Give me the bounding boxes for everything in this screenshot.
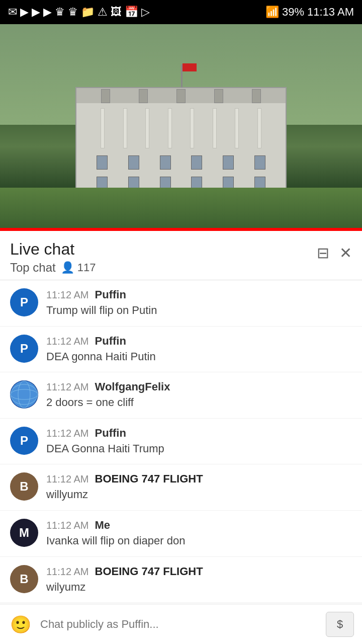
chat-content: 11:12 AMWolfgangFelix2 doors = one cliff: [46, 380, 352, 410]
avatar: B: [10, 472, 38, 501]
emoji-button[interactable]: 🙂: [8, 612, 33, 637]
avatar: [10, 380, 38, 409]
chat-content: 11:12 AMPuffinTrump will flip on Putin: [46, 288, 352, 318]
image-icon: 🖼: [111, 6, 122, 19]
play-store-icon: ▷: [141, 6, 150, 19]
top-chat-label[interactable]: Top chat: [10, 261, 56, 275]
chat-content: 11:12 AMPuffinDEA Gonna Haiti Trump: [46, 427, 352, 456]
crown-icon-2: ♛: [68, 6, 78, 19]
chat-message-item: B11:12 AMBOEING 747 FLIGHTwilyumz: [0, 557, 362, 603]
time-display: 11:13 AM: [307, 6, 354, 19]
status-bar: ✉ ▶ ▶ ▶ ♛ ♛ 📁 ⚠ 🖼 📅 ▷ 📶 39% 11:13 AM: [0, 0, 362, 24]
chat-message-item: P11:12 AMPuffinTrump will flip on Putin: [0, 280, 362, 327]
battery-text: 39%: [282, 6, 304, 19]
avatar: P: [10, 335, 38, 363]
chat-username: WolfgangFelix: [95, 380, 170, 393]
play-icon-3: ▶: [43, 6, 52, 19]
chat-content: 11:12 AMBOEING 747 FLIGHTwillyumz: [46, 472, 352, 502]
message-icon: ✉: [8, 6, 17, 19]
avatar: P: [10, 288, 38, 316]
viewer-count: 117: [77, 261, 96, 274]
calendar-icon: 📅: [125, 6, 138, 19]
chat-content: 11:12 AMMeIvanka will flip on diaper don: [46, 519, 352, 548]
chat-text: DEA gonna Haiti Putin: [46, 350, 352, 364]
chat-text: willyumz: [46, 488, 352, 502]
crown-icon-1: ♛: [55, 6, 65, 19]
avatar: M: [10, 519, 38, 547]
chat-text: 2 doors = one cliff: [46, 395, 352, 410]
chat-username: Me: [95, 519, 111, 532]
dollar-icon: $: [337, 618, 343, 631]
chat-message-item: P11:12 AMPuffinDEA Gonna Haiti Trump: [0, 419, 362, 465]
chat-content: 11:12 AMPuffinDEA gonna Haiti Putin: [46, 335, 352, 364]
chat-username: Puffin: [95, 335, 126, 348]
chat-content: 11:12 AMBOEING 747 FLIGHTwilyumz: [46, 565, 352, 595]
chat-time: 11:12 AM: [46, 289, 89, 301]
chat-input[interactable]: [40, 618, 319, 631]
notification-icons: ✉ ▶ ▶ ▶ ♛ ♛ 📁 ⚠ 🖼 📅 ▷: [8, 6, 150, 19]
chat-time: 11:12 AM: [46, 336, 89, 347]
filter-icon[interactable]: ⊟: [317, 244, 329, 262]
chat-time: 11:12 AM: [46, 381, 89, 393]
chat-text: Trump will flip on Putin: [46, 303, 352, 318]
play-icon-1: ▶: [20, 6, 29, 19]
close-icon[interactable]: ✕: [339, 244, 352, 262]
folder-icon: 📁: [81, 6, 95, 19]
chat-message-item: 11:12 AMWolfgangFelix2 doors = one cliff: [0, 372, 362, 419]
chat-username: BOEING 747 FLIGHT: [95, 472, 203, 486]
chat-message-item: M11:12 AMMeIvanka will flip on diaper do…: [0, 511, 362, 557]
chat-time: 11:12 AM: [46, 428, 89, 439]
chat-username: BOEING 747 FLIGHT: [95, 565, 203, 578]
flag: [183, 63, 197, 71]
svg-point-0: [11, 381, 38, 408]
play-icon-2: ▶: [32, 6, 40, 19]
chat-message-item: B11:12 AMBOEING 747 FLIGHTwillyumz: [0, 464, 362, 511]
chat-list: P11:12 AMPuffinTrump will flip on PutinP…: [0, 280, 362, 644]
chat-username: Puffin: [95, 288, 126, 301]
chat-username: Puffin: [95, 427, 126, 440]
chat-message-item: P11:12 AMPuffinDEA gonna Haiti Putin: [0, 327, 362, 373]
wifi-icon: 📶: [265, 6, 279, 19]
system-icons: 📶 39% 11:13 AM: [265, 6, 354, 19]
chat-text: DEA Gonna Haiti Trump: [46, 442, 352, 456]
avatar: P: [10, 427, 38, 455]
chat-text: Ivanka will flip on diaper don: [46, 534, 352, 548]
chat-time: 11:12 AM: [46, 566, 89, 578]
warning-icon: ⚠: [98, 6, 108, 19]
avatar: B: [10, 565, 38, 593]
white-house-building: [75, 87, 287, 198]
live-chat-header: Live chat Top chat 👤 117 ⊟ ✕: [0, 231, 362, 280]
person-icon: 👤: [61, 261, 74, 274]
live-chat-title: Live chat: [10, 240, 96, 259]
lawn-area: [0, 188, 362, 228]
chat-time: 11:12 AM: [46, 473, 89, 485]
video-thumbnail[interactable]: [0, 24, 362, 228]
send-button[interactable]: $: [326, 612, 354, 637]
chat-time: 11:12 AM: [46, 520, 89, 531]
input-bar: 🙂 $: [0, 604, 362, 644]
chat-text: wilyumz: [46, 580, 352, 595]
